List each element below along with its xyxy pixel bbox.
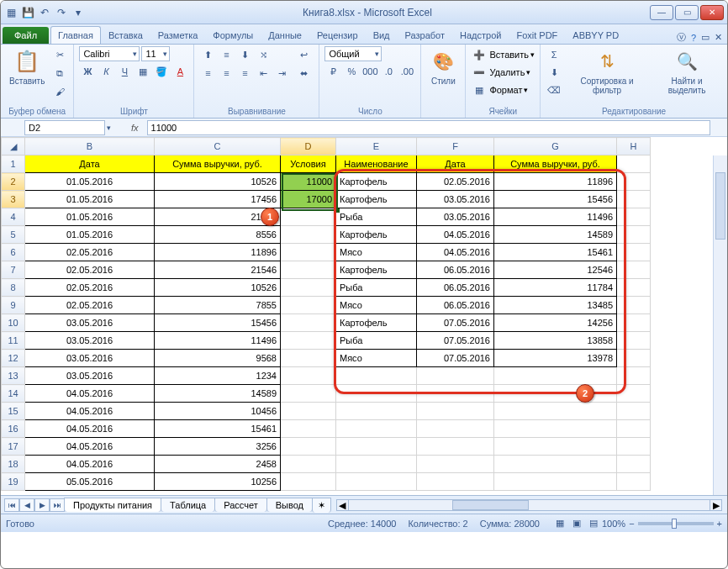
cell[interactable] bbox=[281, 279, 336, 297]
cell[interactable] bbox=[494, 438, 617, 456]
cell[interactable] bbox=[417, 385, 494, 403]
cell[interactable]: 03.05.2016 bbox=[25, 314, 155, 332]
row-header[interactable]: 5 bbox=[2, 226, 25, 244]
cell[interactable]: 13485 bbox=[494, 297, 617, 314]
row-header[interactable]: 13 bbox=[2, 367, 25, 385]
dec-inc-icon[interactable]: .0 bbox=[380, 63, 397, 80]
cell[interactable]: 02.05.2016 bbox=[25, 297, 155, 314]
tab-foxit[interactable]: Foxit PDF bbox=[509, 26, 565, 44]
tab-abbyy[interactable]: ABBYY PD bbox=[565, 26, 626, 44]
cell[interactable]: 07.05.2016 bbox=[417, 314, 494, 332]
cell[interactable]: 03.05.2016 bbox=[25, 332, 155, 350]
fill-color-button[interactable]: 🪣 bbox=[153, 63, 170, 80]
cell[interactable]: Рыба bbox=[336, 279, 417, 297]
cell[interactable]: 10526 bbox=[155, 173, 281, 191]
header-cell[interactable]: Наименование bbox=[336, 155, 417, 173]
delete-cells-button[interactable]: ➖Удалить▾ bbox=[471, 64, 535, 81]
cell[interactable]: 02.05.2016 bbox=[417, 173, 494, 191]
cell[interactable] bbox=[336, 385, 417, 403]
cell[interactable]: 7855 bbox=[155, 297, 281, 314]
fill-icon[interactable]: ⬇ bbox=[546, 64, 562, 81]
zoom-level[interactable]: 100% bbox=[602, 519, 625, 529]
cell[interactable]: 04.05.2016 bbox=[25, 403, 155, 420]
copy-icon[interactable]: ⧉ bbox=[51, 65, 68, 82]
font-size-combo[interactable]: 11 bbox=[141, 46, 170, 61]
view-normal-icon[interactable]: ▦ bbox=[551, 515, 568, 532]
cell[interactable]: 21563 bbox=[155, 208, 281, 226]
cell[interactable] bbox=[281, 438, 336, 456]
cell[interactable]: Рыба bbox=[336, 332, 417, 350]
cell[interactable]: 07.05.2016 bbox=[417, 350, 494, 367]
wrap-text-icon[interactable]: ↩ bbox=[293, 46, 314, 63]
bold-button[interactable]: Ж bbox=[79, 63, 96, 80]
cell[interactable]: 11000 bbox=[281, 173, 336, 191]
percent-icon[interactable]: % bbox=[343, 63, 360, 80]
cell[interactable]: 2458 bbox=[155, 456, 281, 473]
cell[interactable] bbox=[336, 367, 417, 385]
cell[interactable] bbox=[617, 420, 651, 438]
row-header[interactable]: 19 bbox=[2, 473, 25, 491]
help-icon[interactable]: ? bbox=[691, 33, 696, 43]
redo-icon[interactable]: ↷ bbox=[55, 6, 68, 19]
cell[interactable]: 15456 bbox=[494, 191, 617, 208]
cell[interactable] bbox=[281, 332, 336, 350]
cut-icon[interactable]: ✂ bbox=[51, 46, 68, 63]
cell[interactable] bbox=[617, 456, 651, 473]
cell[interactable]: 14589 bbox=[155, 385, 281, 403]
tab-nav-first[interactable]: ⏮ bbox=[4, 498, 19, 512]
align-left-icon[interactable]: ≡ bbox=[199, 65, 216, 82]
cell[interactable]: Картофель bbox=[336, 261, 417, 279]
cell[interactable] bbox=[281, 403, 336, 420]
cell[interactable] bbox=[281, 314, 336, 332]
cell[interactable] bbox=[494, 403, 617, 420]
cell[interactable] bbox=[617, 473, 651, 491]
sheet-tab[interactable]: Таблица bbox=[161, 498, 215, 512]
cell[interactable] bbox=[281, 367, 336, 385]
header-cell[interactable]: Дата bbox=[417, 155, 494, 173]
cell[interactable] bbox=[494, 385, 617, 403]
row-header[interactable]: 14 bbox=[2, 385, 25, 403]
cell[interactable]: 01.05.2016 bbox=[25, 208, 155, 226]
tab-review[interactable]: Рецензир bbox=[309, 26, 366, 44]
cell[interactable]: 04.05.2016 bbox=[25, 385, 155, 403]
cell[interactable]: 10456 bbox=[155, 403, 281, 420]
view-pagebreak-icon[interactable]: ▤ bbox=[585, 515, 602, 532]
col-header[interactable]: B bbox=[25, 138, 155, 155]
cell[interactable]: Рыба bbox=[336, 208, 417, 226]
clear-icon[interactable]: ⌫ bbox=[546, 82, 562, 98]
cell[interactable]: 15461 bbox=[494, 244, 617, 261]
cell[interactable]: 13858 bbox=[494, 332, 617, 350]
view-layout-icon[interactable]: ▣ bbox=[568, 515, 585, 532]
cell[interactable] bbox=[417, 456, 494, 473]
cell[interactable] bbox=[494, 420, 617, 438]
col-header[interactable]: D bbox=[281, 138, 336, 155]
select-all-corner[interactable]: ◢ bbox=[2, 138, 25, 155]
close-button[interactable]: ✕ bbox=[700, 5, 724, 20]
orientation-icon[interactable]: ⤭ bbox=[255, 46, 272, 63]
cell[interactable] bbox=[336, 403, 417, 420]
cell[interactable]: 11496 bbox=[155, 332, 281, 350]
cell[interactable] bbox=[617, 279, 651, 297]
cell[interactable]: 10526 bbox=[155, 279, 281, 297]
tab-data[interactable]: Данные bbox=[261, 26, 309, 44]
undo-icon[interactable]: ↶ bbox=[38, 6, 51, 19]
cell[interactable]: Картофель bbox=[336, 314, 417, 332]
cell[interactable] bbox=[281, 297, 336, 314]
cell[interactable] bbox=[281, 420, 336, 438]
cell[interactable] bbox=[281, 456, 336, 473]
tab-dev[interactable]: Разработ bbox=[398, 26, 452, 44]
cell[interactable]: Мясо bbox=[336, 244, 417, 261]
insert-cells-button[interactable]: ➕Вставить▾ bbox=[471, 46, 535, 63]
cell[interactable]: 11496 bbox=[494, 208, 617, 226]
cell[interactable]: Мясо bbox=[336, 297, 417, 314]
font-name-combo[interactable]: Calibri bbox=[79, 46, 140, 61]
cell[interactable]: 15456 bbox=[155, 314, 281, 332]
cell[interactable] bbox=[617, 385, 651, 403]
styles-button[interactable]: 🎨Стили bbox=[426, 46, 460, 87]
qat-dropdown-icon[interactable]: ▾ bbox=[71, 6, 85, 19]
cell[interactable]: 17000 bbox=[281, 191, 336, 208]
col-header[interactable]: C bbox=[155, 138, 281, 155]
maximize-button[interactable]: ▭ bbox=[675, 5, 699, 20]
cell[interactable] bbox=[281, 350, 336, 367]
cell[interactable]: 14589 bbox=[494, 226, 617, 244]
